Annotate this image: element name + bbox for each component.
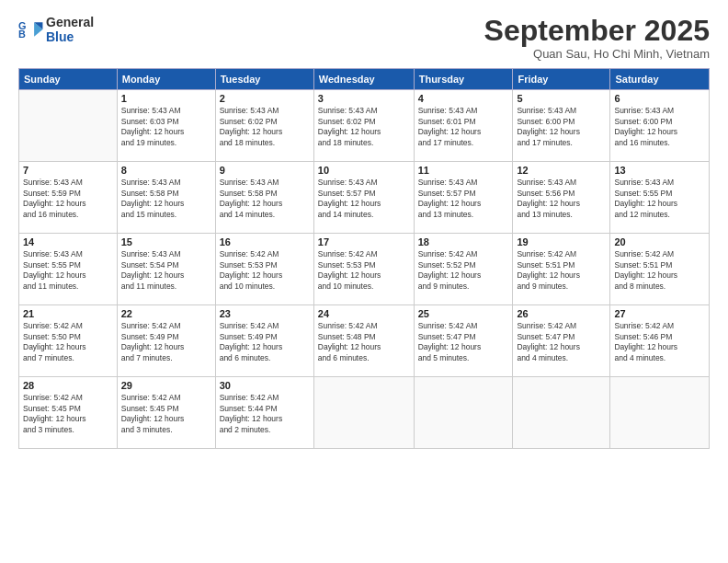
calendar-cell: 19Sunrise: 5:42 AM Sunset: 5:51 PM Dayli… [513, 234, 610, 305]
calendar-cell: 23Sunrise: 5:42 AM Sunset: 5:49 PM Dayli… [215, 305, 313, 377]
week-row-2: 14Sunrise: 5:43 AM Sunset: 5:55 PM Dayli… [19, 234, 710, 305]
page-header: G B General Blue September 2025 Quan Sau… [18, 15, 710, 61]
day-detail: Sunrise: 5:42 AM Sunset: 5:48 PM Dayligh… [318, 321, 410, 363]
day-number: 12 [517, 165, 606, 176]
day-detail: Sunrise: 5:43 AM Sunset: 5:58 PM Dayligh… [121, 178, 211, 220]
day-detail: Sunrise: 5:43 AM Sunset: 6:02 PM Dayligh… [220, 106, 310, 148]
calendar-cell: 30Sunrise: 5:42 AM Sunset: 5:44 PM Dayli… [215, 377, 313, 449]
col-header-friday: Friday [513, 69, 610, 90]
day-detail: Sunrise: 5:43 AM Sunset: 5:55 PM Dayligh… [23, 249, 113, 292]
day-detail: Sunrise: 5:42 AM Sunset: 5:52 PM Dayligh… [418, 249, 509, 292]
day-number: 13 [614, 165, 705, 176]
day-number: 11 [418, 165, 509, 176]
calendar-cell: 5Sunrise: 5:43 AM Sunset: 6:00 PM Daylig… [513, 90, 610, 162]
day-number: 4 [418, 93, 509, 104]
day-detail: Sunrise: 5:42 AM Sunset: 5:46 PM Dayligh… [614, 321, 705, 363]
day-detail: Sunrise: 5:43 AM Sunset: 5:58 PM Dayligh… [220, 178, 310, 220]
day-number: 16 [220, 236, 310, 247]
day-detail: Sunrise: 5:42 AM Sunset: 5:47 PM Dayligh… [418, 321, 509, 363]
week-row-3: 21Sunrise: 5:42 AM Sunset: 5:50 PM Dayli… [19, 305, 710, 377]
calendar-cell: 28Sunrise: 5:42 AM Sunset: 5:45 PM Dayli… [19, 377, 118, 449]
day-number: 10 [318, 165, 410, 176]
day-detail: Sunrise: 5:42 AM Sunset: 5:53 PM Dayligh… [220, 249, 310, 292]
calendar-cell: 12Sunrise: 5:43 AM Sunset: 5:56 PM Dayli… [513, 162, 610, 234]
day-detail: Sunrise: 5:42 AM Sunset: 5:50 PM Dayligh… [23, 321, 113, 363]
calendar-cell: 22Sunrise: 5:42 AM Sunset: 5:49 PM Dayli… [117, 305, 215, 377]
location-subtitle: Quan Sau, Ho Chi Minh, Vietnam [484, 47, 710, 61]
calendar-cell: 15Sunrise: 5:43 AM Sunset: 5:54 PM Dayli… [117, 234, 215, 305]
day-detail: Sunrise: 5:42 AM Sunset: 5:51 PM Dayligh… [517, 249, 606, 292]
day-number: 14 [23, 236, 113, 247]
day-number: 29 [121, 380, 211, 391]
day-detail: Sunrise: 5:43 AM Sunset: 5:59 PM Dayligh… [23, 178, 113, 220]
col-header-sunday: Sunday [19, 69, 118, 90]
calendar-cell: 10Sunrise: 5:43 AM Sunset: 5:57 PM Dayli… [313, 162, 414, 234]
logo: G B General Blue [18, 15, 94, 44]
day-detail: Sunrise: 5:42 AM Sunset: 5:44 PM Dayligh… [220, 393, 310, 435]
day-number: 6 [614, 93, 705, 104]
calendar-cell: 9Sunrise: 5:43 AM Sunset: 5:58 PM Daylig… [215, 162, 313, 234]
month-title: September 2025 [484, 15, 710, 47]
day-number: 27 [614, 308, 705, 319]
calendar-cell: 2Sunrise: 5:43 AM Sunset: 6:02 PM Daylig… [215, 90, 313, 162]
col-header-monday: Monday [117, 69, 215, 90]
calendar-cell: 18Sunrise: 5:42 AM Sunset: 5:52 PM Dayli… [414, 234, 513, 305]
day-number: 25 [418, 308, 509, 319]
day-detail: Sunrise: 5:43 AM Sunset: 5:55 PM Dayligh… [614, 178, 705, 220]
day-number: 18 [418, 236, 509, 247]
day-detail: Sunrise: 5:43 AM Sunset: 6:03 PM Dayligh… [121, 106, 211, 148]
col-header-tuesday: Tuesday [215, 69, 313, 90]
calendar-cell [19, 90, 118, 162]
week-row-4: 28Sunrise: 5:42 AM Sunset: 5:45 PM Dayli… [19, 377, 710, 449]
calendar-cell: 14Sunrise: 5:43 AM Sunset: 5:55 PM Dayli… [19, 234, 118, 305]
day-detail: Sunrise: 5:42 AM Sunset: 5:49 PM Dayligh… [121, 321, 211, 363]
calendar-cell: 6Sunrise: 5:43 AM Sunset: 6:00 PM Daylig… [610, 90, 710, 162]
day-number: 26 [517, 308, 606, 319]
day-detail: Sunrise: 5:42 AM Sunset: 5:47 PM Dayligh… [517, 321, 606, 363]
day-detail: Sunrise: 5:42 AM Sunset: 5:49 PM Dayligh… [220, 321, 310, 363]
day-detail: Sunrise: 5:42 AM Sunset: 5:45 PM Dayligh… [121, 393, 211, 435]
calendar-cell [610, 377, 710, 449]
col-header-wednesday: Wednesday [313, 69, 414, 90]
day-detail: Sunrise: 5:42 AM Sunset: 5:51 PM Dayligh… [614, 249, 705, 292]
day-detail: Sunrise: 5:43 AM Sunset: 5:57 PM Dayligh… [318, 178, 410, 220]
day-detail: Sunrise: 5:42 AM Sunset: 5:45 PM Dayligh… [23, 393, 113, 435]
day-detail: Sunrise: 5:42 AM Sunset: 5:53 PM Dayligh… [318, 249, 410, 292]
calendar-cell: 29Sunrise: 5:42 AM Sunset: 5:45 PM Dayli… [117, 377, 215, 449]
calendar-cell [513, 377, 610, 449]
day-number: 8 [121, 165, 211, 176]
day-number: 9 [220, 165, 310, 176]
logo-icon: G B [18, 17, 44, 42]
calendar-cell: 4Sunrise: 5:43 AM Sunset: 6:01 PM Daylig… [414, 90, 513, 162]
day-detail: Sunrise: 5:43 AM Sunset: 6:01 PM Dayligh… [418, 106, 509, 148]
calendar-cell [313, 377, 414, 449]
calendar-cell: 26Sunrise: 5:42 AM Sunset: 5:47 PM Dayli… [513, 305, 610, 377]
calendar-cell: 21Sunrise: 5:42 AM Sunset: 5:50 PM Dayli… [19, 305, 118, 377]
calendar-cell: 7Sunrise: 5:43 AM Sunset: 5:59 PM Daylig… [19, 162, 118, 234]
day-detail: Sunrise: 5:43 AM Sunset: 6:00 PM Dayligh… [614, 106, 705, 148]
day-detail: Sunrise: 5:43 AM Sunset: 6:00 PM Dayligh… [517, 106, 606, 148]
day-number: 28 [23, 380, 113, 391]
day-number: 30 [220, 380, 310, 391]
day-number: 19 [517, 236, 606, 247]
day-number: 21 [23, 308, 113, 319]
calendar-cell: 17Sunrise: 5:42 AM Sunset: 5:53 PM Dayli… [313, 234, 414, 305]
day-detail: Sunrise: 5:43 AM Sunset: 6:02 PM Dayligh… [318, 106, 410, 148]
day-number: 15 [121, 236, 211, 247]
calendar-cell: 13Sunrise: 5:43 AM Sunset: 5:55 PM Dayli… [610, 162, 710, 234]
day-number: 1 [121, 93, 211, 104]
calendar-cell: 16Sunrise: 5:42 AM Sunset: 5:53 PM Dayli… [215, 234, 313, 305]
day-number: 7 [23, 165, 113, 176]
day-number: 3 [318, 93, 410, 104]
day-number: 22 [121, 308, 211, 319]
calendar-cell: 11Sunrise: 5:43 AM Sunset: 5:57 PM Dayli… [414, 162, 513, 234]
calendar-cell: 3Sunrise: 5:43 AM Sunset: 6:02 PM Daylig… [313, 90, 414, 162]
week-row-0: 1Sunrise: 5:43 AM Sunset: 6:03 PM Daylig… [19, 90, 710, 162]
svg-text:B: B [18, 29, 26, 40]
calendar-cell: 20Sunrise: 5:42 AM Sunset: 5:51 PM Dayli… [610, 234, 710, 305]
calendar-table: SundayMondayTuesdayWednesdayThursdayFrid… [18, 68, 710, 449]
day-detail: Sunrise: 5:43 AM Sunset: 5:54 PM Dayligh… [121, 249, 211, 292]
day-detail: Sunrise: 5:43 AM Sunset: 5:56 PM Dayligh… [517, 178, 606, 220]
day-number: 17 [318, 236, 410, 247]
logo-line1: General [46, 15, 94, 29]
